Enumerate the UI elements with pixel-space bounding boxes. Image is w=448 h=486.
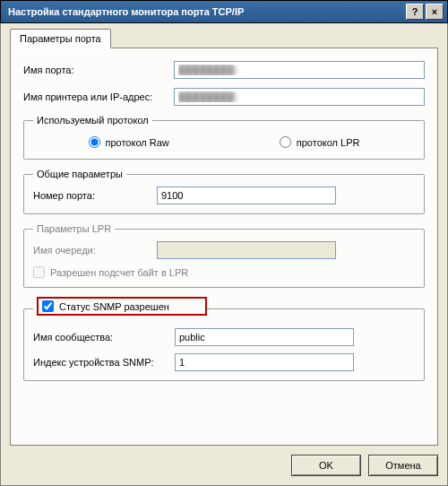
general-legend: Общие параметры [33,169,126,179]
help-button[interactable]: ? [406,4,424,20]
lpr-bytecount-input [33,266,45,278]
protocol-lpr-label: протокол LPR [297,137,360,148]
tab-port-params[interactable]: Параметры порта [10,29,111,48]
protocol-group: Используемый протокол протокол Raw прото… [23,115,425,160]
lpr-queue-row: Имя очереди: [33,241,415,259]
protocol-lpr-input[interactable] [280,136,291,148]
port-name-input[interactable] [174,61,425,79]
port-name-row: Имя порта: [23,61,425,79]
snmp-index-row: Индекс устройства SNMP: [33,353,415,371]
ok-button[interactable]: OK [291,455,361,476]
general-group: Общие параметры Номер порта: [23,169,425,214]
snmp-community-input[interactable] [175,328,354,346]
tab-strip: Параметры порта [10,29,438,48]
protocol-raw-radio[interactable]: протокол Raw [89,136,169,148]
snmp-community-row: Имя сообщества: [33,328,415,346]
cancel-button[interactable]: Отмена [368,455,438,476]
port-number-row: Номер порта: [33,187,415,204]
snmp-enable-label: Статус SNMP разрешен [59,301,169,312]
printer-addr-row: Имя принтера или IP-адрес: [23,88,425,106]
lpr-queue-input [157,241,336,259]
titlebar: Настройка стандартного монитора порта TC… [0,0,448,23]
port-number-label: Номер порта: [33,190,150,201]
snmp-index-input[interactable] [175,353,354,371]
snmp-index-label: Индекс устройства SNMP: [33,357,168,368]
tab-panel: Имя порта: Имя принтера или IP-адрес: Ис… [10,48,438,446]
protocol-raw-input[interactable] [89,136,100,148]
close-button[interactable]: × [426,4,444,20]
lpr-queue-label: Имя очереди: [33,245,150,256]
snmp-group: Статус SNMP разрешен Имя сообщества: Инд… [23,297,425,381]
port-number-input[interactable] [157,187,336,204]
lpr-bytecount-label: Разрешен подсчет байт в LPR [50,267,188,278]
port-name-label: Имя порта: [23,65,167,75]
window-title: Настройка стандартного монитора порта TC… [8,6,404,17]
lpr-group: Параметры LPR Имя очереди: Разрешен подс… [23,223,425,288]
dialog-buttons: OK Отмена [10,446,438,476]
lpr-bytecount-check: Разрешен подсчет байт в LPR [33,266,415,278]
snmp-enable-checkbox[interactable] [42,300,54,312]
protocol-lpr-radio[interactable]: протокол LPR [280,136,360,148]
lpr-legend: Параметры LPR [33,223,115,234]
snmp-community-label: Имя сообщества: [33,332,168,343]
protocol-raw-label: протокол Raw [106,137,169,148]
printer-addr-label: Имя принтера или IP-адрес: [23,91,167,102]
snmp-enable-highlight: Статус SNMP разрешен [37,297,207,316]
protocol-legend: Используемый протокол [33,115,152,126]
printer-addr-input[interactable] [174,88,425,106]
dialog-body: Параметры порта Имя порта: Имя принтера … [0,23,448,486]
